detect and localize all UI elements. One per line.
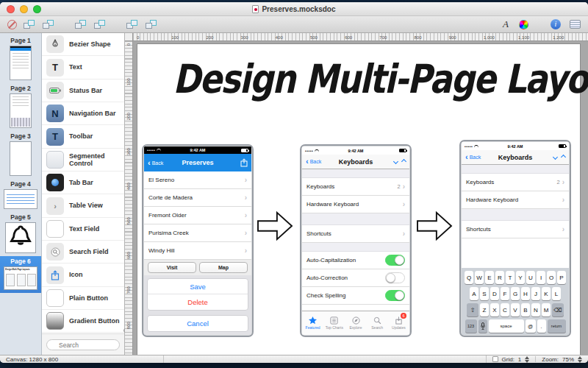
mockup-phone-preserves[interactable]: ••••• 9:42 AM ‹Back Preserves El Sereno›… [142,144,254,337]
visit-button[interactable]: Visit [148,262,196,273]
key[interactable]: Q [465,271,473,284]
period-key[interactable]: . [537,319,546,333]
back-button[interactable]: ‹Back [306,159,321,164]
distribute-icon[interactable] [145,19,158,30]
key[interactable]: H [521,287,530,300]
bring-forward-icon[interactable] [42,19,55,30]
nav-bar-1[interactable]: ‹Back Preserves [144,154,251,171]
arrow-right-icon[interactable] [415,209,453,243]
page-thumbnail-6-selected[interactable]: Page 6 Design Multi-Page Layouts [0,256,41,293]
cancel-button[interactable]: Cancel [148,316,248,331]
key[interactable]: S [480,287,489,300]
table-row[interactable]: Keyboards2› [302,178,409,196]
key[interactable]: A [470,287,478,300]
chevron-down-icon[interactable] [393,159,398,164]
zoom-stepper[interactable] [578,356,582,363]
library-item-text-field[interactable]: Text Field [42,218,124,241]
page-thumbnail-4[interactable]: Page 4 [0,179,41,212]
library-item-segmented-control[interactable]: Segmented Control [42,149,124,171]
grid-checkbox[interactable] [492,356,498,362]
send-backward-icon[interactable] [23,19,36,30]
key[interactable]: X [490,303,499,316]
share-icon[interactable] [240,158,248,167]
page-thumbnail-1[interactable]: Page 1 [0,35,41,83]
key[interactable]: U [526,271,535,284]
tab-explore[interactable]: Explore [345,311,366,335]
grid-stepper[interactable] [525,356,529,363]
library-item-text[interactable]: T Text [42,56,124,79]
library-item-bezier-shape[interactable]: Bezier Shape [42,33,124,56]
table-row[interactable]: Corte de Madera› [144,189,251,207]
library-item-table-view[interactable]: › Table View [42,194,124,217]
fonts-icon[interactable]: A [503,18,509,30]
key[interactable]: F [501,287,509,300]
map-button[interactable]: Map [199,262,248,273]
ungroup-icon[interactable] [93,19,107,30]
key[interactable]: E [485,271,494,284]
table-row[interactable]: Shortcuts› [462,221,569,238]
status-bar-2[interactable]: ••••• 9:42 AM [302,146,409,155]
key[interactable]: T [506,271,514,284]
key[interactable]: Z [480,303,489,316]
key[interactable]: O [547,271,556,284]
key[interactable]: M [542,303,551,316]
table-row[interactable]: Keyboards2› [462,174,569,191]
page-thumbnail-5[interactable]: Page 5 [0,212,41,256]
toggle-row[interactable]: Check Spelling [302,287,409,305]
table-row[interactable]: Purisima Creek› [144,224,251,242]
arrow-right-icon[interactable] [256,209,294,243]
key[interactable]: J [531,287,540,300]
design-page[interactable]: Design Multi-Page Layouts ••••• 9:42 AM … [137,43,581,355]
page-title[interactable]: Design Multi-Page Layouts [173,56,545,102]
library-item-plain-button[interactable]: Plain Button [42,287,124,310]
key[interactable]: C [501,303,509,316]
backspace-key-icon[interactable]: ⌫ [552,303,564,316]
mic-key[interactable] [478,319,487,333]
space-key[interactable]: space [489,319,524,333]
table-row[interactable]: El Sereno› [144,171,251,189]
key[interactable]: R [495,271,504,284]
key[interactable]: W [475,271,484,284]
library-search-input[interactable] [46,339,120,350]
key[interactable]: D [490,287,499,300]
chevron-up-icon[interactable] [401,159,406,164]
key[interactable]: G [511,287,520,300]
nav-bar-2[interactable]: ‹Back Keyboards [302,155,409,169]
chevron-up-icon[interactable] [561,155,566,160]
key[interactable]: K [542,287,551,300]
info-icon[interactable]: i [551,19,561,29]
library-item-toolbar[interactable]: T Toolbar [42,125,124,148]
status-bar-1[interactable]: ••••• 9:42 AM [144,146,251,154]
colors-icon[interactable] [519,20,528,29]
toggle-switch[interactable] [385,272,405,283]
toggle-row[interactable]: Auto-Capitalization [302,252,409,269]
table-row[interactable]: Windy Hill› [144,242,251,260]
chevron-down-icon[interactable] [553,155,558,160]
table-row[interactable]: Shortcuts› [302,225,409,243]
page-thumbnail-3[interactable]: Page 3 [0,131,41,179]
library-item-status-bar[interactable]: Status Bar [42,79,124,102]
nav-bar-3[interactable]: ‹Back Keyboards [462,150,569,165]
library-item-search-field[interactable]: Search Field [42,241,124,263]
key[interactable]: I [537,271,545,284]
library-item-gradient-button[interactable]: Gradient Button [42,310,124,333]
mockup-phone-keyboards-settings[interactable]: ••••• 9:42 AM ‹Back Keyboards Keyboards2… [300,144,412,337]
table-row[interactable]: Fremont Older› [144,207,251,224]
group-icon[interactable] [74,19,87,30]
back-button[interactable]: ‹Back [465,155,481,160]
keyboard[interactable]: QWERTYUIOP ASDFGHJKL ⇧ ZXCVBNM ⌫ 123 spa… [462,268,569,335]
key[interactable]: P [557,271,566,284]
back-button[interactable]: ‹Back [148,160,163,166]
key[interactable]: L [552,287,561,300]
status-bar-3[interactable]: ••••• 9:42 AM [462,142,569,150]
at-key[interactable]: @ [526,319,536,333]
key[interactable]: V [511,303,520,316]
table-row[interactable]: Hardware Keyboard› [302,196,409,213]
shift-key-icon[interactable]: ⇧ [467,303,478,316]
library-item-icon[interactable]: Icon [42,263,124,286]
tab-top-charts[interactable]: Top Charts [323,311,345,335]
return-key[interactable]: return [548,319,566,333]
key[interactable]: N [531,303,540,316]
align-icon[interactable] [126,19,139,30]
toggle-switch[interactable] [385,255,405,266]
